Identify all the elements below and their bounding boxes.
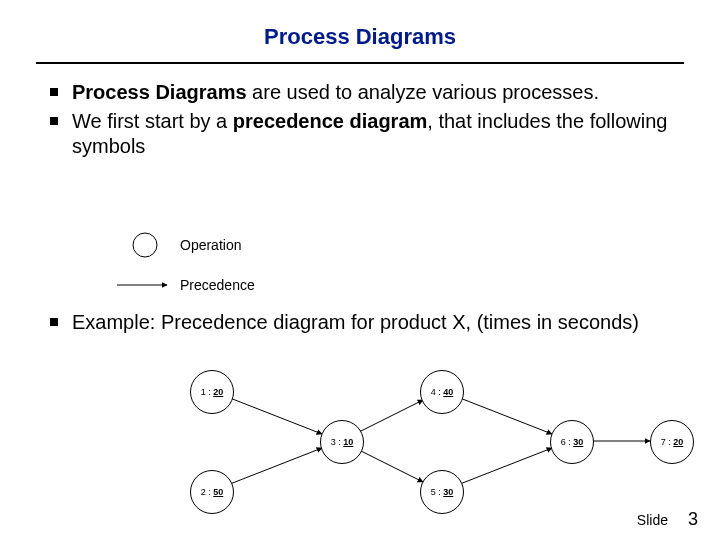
slide: Process Diagrams Process Diagrams are us… [0,0,720,540]
edge-1-3 [230,398,322,434]
footer-page-number: 3 [688,509,698,530]
legend-precedence: Precedence [110,275,255,295]
node-3: 3 : 10 [320,420,364,464]
operation-symbol-icon [110,230,180,260]
edge-4-6 [460,398,552,434]
node-4: 4 : 40 [420,370,464,414]
edge-5-6 [460,448,552,484]
bullet-3-text: Example: Precedence diagram for product … [72,310,670,335]
node-1-time: 20 [213,387,223,397]
bullet-1-text: Process Diagrams are used to analyze var… [72,80,670,105]
precedence-label: Precedence [180,277,255,293]
operation-label: Operation [180,237,241,253]
node-5-time: 30 [443,487,453,497]
node-1: 1 : 20 [190,370,234,414]
precedence-symbol-icon [110,275,180,295]
edge-3-4 [359,400,423,432]
bullet-square-icon [50,318,58,326]
edge-2-3 [230,448,322,484]
node-5-id: 5 : [431,487,441,497]
node-6: 6 : 30 [550,420,594,464]
bullet-list-1: Process Diagrams are used to analyze var… [50,80,670,163]
node-4-time: 40 [443,387,453,397]
title-rule [36,62,684,64]
bullet-3: Example: Precedence diagram for product … [50,310,670,335]
precedence-diagram: 1 : 20 2 : 50 3 : 10 4 : 40 5 : 30 6 : 3… [150,370,690,510]
bullet-square-icon [50,117,58,125]
node-1-id: 1 : [201,387,211,397]
bullet-2-text: We first start by a precedence diagram, … [72,109,670,159]
node-5: 5 : 30 [420,470,464,514]
bullet-1-bold: Process Diagrams [72,81,247,103]
bullet-2-bold: precedence diagram [233,110,428,132]
footer-slide-label: Slide [637,512,668,528]
node-4-id: 4 : [431,387,441,397]
bullet-1: Process Diagrams are used to analyze var… [50,80,670,105]
node-2-id: 2 : [201,487,211,497]
node-6-time: 30 [573,437,583,447]
node-2-time: 50 [213,487,223,497]
edge-3-5 [359,450,423,482]
legend-operation: Operation [110,230,241,260]
bullet-list-2: Example: Precedence diagram for product … [50,310,670,339]
bullet-2: We first start by a precedence diagram, … [50,109,670,159]
bullet-square-icon [50,88,58,96]
node-3-time: 10 [343,437,353,447]
node-7: 7 : 20 [650,420,694,464]
node-3-id: 3 : [331,437,341,447]
bullet-2-pre: We first start by a [72,110,233,132]
svg-point-0 [133,233,157,257]
node-7-time: 20 [673,437,683,447]
node-7-id: 7 : [661,437,671,447]
slide-title: Process Diagrams [0,24,720,50]
bullet-1-rest: are used to analyze various processes. [247,81,599,103]
node-6-id: 6 : [561,437,571,447]
node-2: 2 : 50 [190,470,234,514]
